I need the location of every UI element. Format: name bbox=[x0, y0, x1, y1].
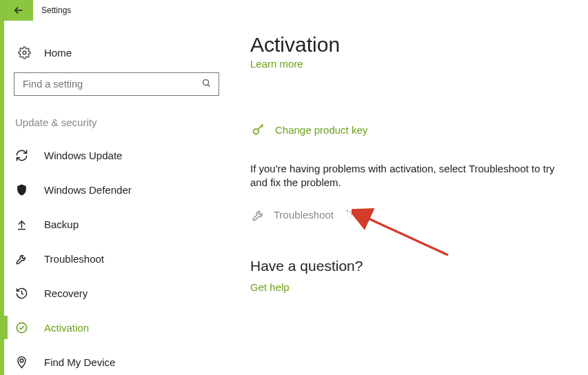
key-icon bbox=[250, 122, 267, 137]
sidebar-item-label: Troubleshoot bbox=[44, 253, 104, 265]
wrench-icon bbox=[14, 252, 29, 265]
home-label: Home bbox=[44, 47, 72, 59]
history-icon bbox=[14, 287, 29, 300]
sidebar-item-label: Find My Device bbox=[44, 356, 115, 368]
back-button[interactable] bbox=[4, 0, 33, 21]
section-header: Update & security bbox=[14, 116, 221, 128]
troubleshoot-button[interactable]: Troubleshoot bbox=[250, 208, 574, 222]
change-product-key-link[interactable]: Change product key bbox=[250, 122, 574, 137]
main-content: Activation Learn more Change product key… bbox=[250, 33, 574, 293]
sidebar-item-label: Windows Defender bbox=[44, 184, 132, 196]
troubleshoot-label: Troubleshoot bbox=[274, 209, 334, 221]
page-title: Activation bbox=[250, 33, 574, 57]
nav-list: Windows Update Windows Defender Backup bbox=[14, 138, 221, 375]
svg-point-8 bbox=[351, 215, 352, 216]
sidebar-item-windows-defender[interactable]: Windows Defender bbox=[14, 172, 221, 207]
svg-point-1 bbox=[203, 80, 209, 85]
change-product-key-label: Change product key bbox=[275, 124, 367, 136]
loading-spinner-icon bbox=[342, 210, 353, 221]
check-circle-icon bbox=[14, 321, 29, 334]
search-input[interactable] bbox=[21, 78, 201, 90]
sidebar-item-label: Recovery bbox=[44, 287, 88, 299]
app-title: Settings bbox=[41, 6, 71, 15]
svg-point-6 bbox=[349, 211, 351, 212]
sidebar: Home Update & security Windows Update bbox=[14, 38, 221, 375]
svg-point-3 bbox=[20, 358, 23, 362]
sidebar-item-troubleshoot[interactable]: Troubleshoot bbox=[14, 241, 221, 276]
titlebar: Settings bbox=[4, 0, 71, 21]
activation-help-text: If you're having problems with activatio… bbox=[250, 162, 567, 190]
wrench-icon bbox=[250, 208, 267, 222]
search-box[interactable] bbox=[14, 72, 219, 96]
get-help-link[interactable]: Get help bbox=[250, 281, 574, 293]
sidebar-item-label: Backup bbox=[44, 219, 79, 230]
svg-point-0 bbox=[23, 51, 26, 54]
search-icon bbox=[201, 78, 212, 90]
question-heading: Have a question? bbox=[250, 258, 574, 274]
upload-icon bbox=[14, 218, 29, 231]
svg-point-9 bbox=[349, 218, 350, 219]
gear-icon bbox=[17, 46, 32, 59]
sidebar-item-activation[interactable]: Activation bbox=[14, 310, 221, 345]
learn-more-link[interactable]: Learn more bbox=[250, 58, 574, 70]
location-icon bbox=[14, 356, 29, 369]
svg-point-4 bbox=[254, 129, 258, 134]
sidebar-item-backup[interactable]: Backup bbox=[14, 207, 221, 241]
sync-icon bbox=[14, 149, 29, 162]
shield-icon bbox=[14, 183, 29, 196]
svg-point-5 bbox=[347, 210, 348, 211]
sidebar-item-find-my-device[interactable]: Find My Device bbox=[14, 345, 221, 375]
sidebar-item-recovery[interactable]: Recovery bbox=[14, 276, 221, 310]
home-nav[interactable]: Home bbox=[14, 38, 221, 67]
svg-point-7 bbox=[351, 213, 352, 214]
sidebar-item-windows-update[interactable]: Windows Update bbox=[14, 138, 221, 172]
sidebar-item-label: Activation bbox=[44, 322, 89, 334]
sidebar-item-label: Windows Update bbox=[44, 150, 122, 161]
